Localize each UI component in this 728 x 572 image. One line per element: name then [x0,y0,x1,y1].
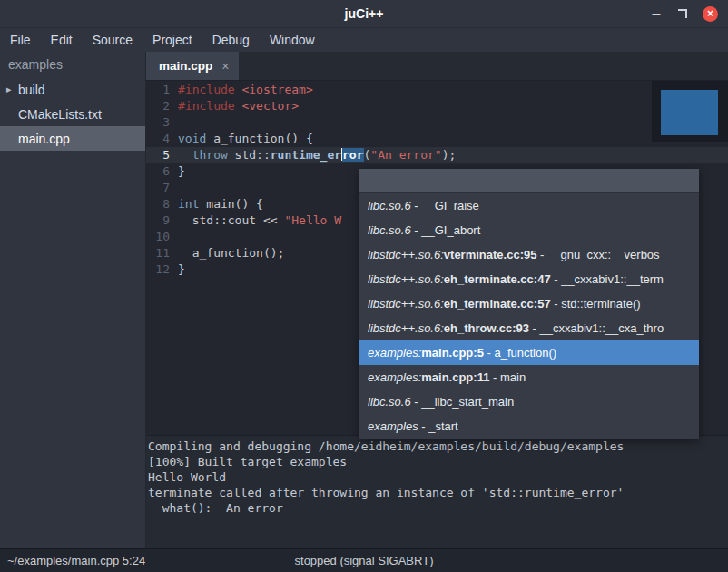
window-controls: – × [650,0,718,27]
tree-item-label: main.cpp [18,132,70,146]
code-text: throw std::runtime_error("An error"); [178,147,456,163]
code-token: std::cout << [178,213,284,227]
menu-bar: FileEditSourceProjectDebugWindow [0,28,728,52]
code-text: int main() { [178,196,263,212]
code-token: main() { [199,197,262,211]
stack-frame-row[interactable]: libstdc++.so.6:vterminate.cc:95 - __gnu_… [359,242,699,267]
code-text: } [178,163,185,180]
file-tree: ▸buildCMakeLists.txtmain.cpp [0,77,145,151]
stack-frame-row[interactable]: libc.so.6 - __GI_raise [359,193,699,218]
tree-item-main-cpp[interactable]: main.cpp [0,126,145,151]
line-number: 6 [146,163,178,180]
stack-frame-row[interactable]: libstdc++.so.6:eh_throw.cc:93 - __cxxabi… [359,316,699,340]
tree-item-label: build [18,83,45,97]
tree-item-label: CMakeLists.txt [18,107,102,122]
frame-file-line: eh_throw.cc:93 [444,321,529,335]
code-text: } [178,261,185,278]
code-token: std:: [228,148,271,162]
line-number: 11 [146,245,178,261]
stack-frame-list: libc.so.6 - __GI_raiselibc.so.6 - __GI_a… [359,193,699,439]
minimize-button[interactable]: – [650,2,663,25]
stack-frame-row[interactable]: examples:main.cpp:11 - main [359,365,699,390]
titlebar: juCi++ – × [0,0,728,28]
menu-item-project[interactable]: Project [143,28,202,52]
line-number: 12 [146,261,178,278]
stack-frame-row[interactable]: libstdc++.so.6:eh_terminate.cc:47 - __cx… [359,267,699,291]
code-token: runtime_er [271,148,341,162]
line-number: 1 [146,82,178,98]
menu-item-source[interactable]: Source [83,28,143,52]
stack-frame-row[interactable]: libstdc++.so.6:eh_terminate.cc:57 - std:… [359,291,699,316]
code-token: ror [342,148,363,162]
frame-file-line: main.cpp:5 [421,346,484,360]
code-line: 1#include <iostream> [146,82,728,98]
code-text: std::cout << "Hello W [178,212,341,229]
menu-item-debug[interactable]: Debug [202,28,260,52]
frame-library: libstdc++.so.6: [368,297,444,311]
stack-frame-row[interactable]: examples - _start [359,414,699,439]
output-line: [100%] Built target examples [148,454,728,469]
frame-function: - __GI_raise [411,199,479,212]
output-line: Hello World [148,469,728,485]
menu-item-edit[interactable]: Edit [41,28,83,52]
code-token: } [178,164,185,178]
close-button[interactable]: × [703,6,718,22]
code-text: void a_function() { [178,131,313,147]
code-token: a_function(); [178,246,284,260]
frame-function: - __GI_abort [411,223,481,237]
code-text: a_function(); [178,245,284,261]
code-token: throw [192,148,228,162]
frame-library: examples [368,419,418,433]
code-token: int [178,197,199,211]
code-token: ); [442,148,457,162]
tree-item-build[interactable]: ▸build [0,77,145,102]
frame-library: libstdc++.so.6: [368,321,444,335]
line-number: 5 [146,147,178,163]
tab-main-cpp[interactable]: main.cpp × [146,52,239,80]
frame-library: examples: [368,370,421,384]
frame-library: libstdc++.so.6: [368,272,444,286]
maximize-button[interactable] [678,9,687,18]
stack-frame-row[interactable]: libc.so.6 - __libc_start_main [359,390,699,414]
frame-function: - __gnu_cxx::__verbos [536,248,659,261]
popup-filter-input[interactable] [359,169,699,193]
tab-close-icon[interactable]: × [221,59,229,74]
stack-trace-popup: libc.so.6 - __GI_raiselibc.so.6 - __GI_a… [359,169,699,439]
tree-item-cmakelists-txt[interactable]: CMakeLists.txt [0,102,145,126]
code-line: 2#include <vector> [146,98,728,114]
line-number: 7 [146,180,178,196]
frame-file-line: vterminate.cc:95 [444,248,537,261]
tab-label: main.cpp [159,59,212,73]
frame-library: libc.so.6 [368,199,411,212]
line-number: 10 [146,229,178,245]
frame-library: libc.so.6 [368,395,411,409]
tooltip-highlight [661,90,718,135]
code-line: 4void a_function() { [146,131,728,147]
code-line: 3 [146,114,728,131]
chevron-right-icon: ▸ [6,84,18,95]
frame-function: - __libc_start_main [411,395,514,409]
code-line: 5 throw std::runtime_error("An error"); [146,147,728,163]
frame-file-line: eh_terminate.cc:47 [444,272,551,286]
code-token: "Hello W [284,213,341,227]
frame-function: - main [489,370,526,384]
line-number: 8 [146,196,178,212]
frame-function: - __cxxabiv1::__term [551,272,664,286]
menu-item-window[interactable]: Window [260,28,325,52]
frame-file-line: eh_terminate.cc:57 [444,297,551,311]
stack-frame-row[interactable]: libc.so.6 - __GI_abort [359,218,699,242]
stack-frame-row[interactable]: examples:main.cpp:5 - a_function() [359,340,699,365]
code-token: "An error" [370,148,441,162]
output-line: Compiling and debugging /home/eidheim/ex… [148,439,728,454]
menu-item-file[interactable]: File [0,28,41,52]
code-token: #include [178,83,235,96]
code-token: #include [178,99,235,113]
code-token: a_function() { [206,132,312,145]
line-number: 9 [146,212,178,229]
code-text: #include <iostream> [178,82,313,98]
overlay-tooltip [652,81,728,142]
code-token: <vector> [241,99,299,113]
status-bar: stopped (signal SIGABRT) ~/examples/main… [0,548,728,572]
output-lines: Compiling and debugging /home/eidheim/ex… [148,439,728,516]
frame-function: - _start [418,419,458,433]
